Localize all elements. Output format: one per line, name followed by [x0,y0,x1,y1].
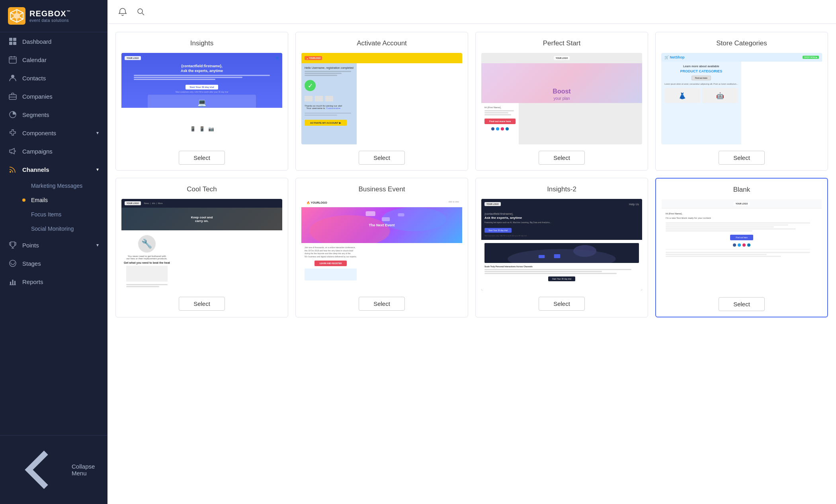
puzzle-icon [9,129,17,137]
companies-label: Companies [22,93,53,100]
topbar [107,0,836,24]
main-content: Insights YOUR LOGO 👤 {contactfield:first… [107,0,836,504]
template-card-blank[interactable]: Blank YOUR LOGO Hi {First Name}, I'm a n… [655,178,828,317]
dashboard-label: Dashboard [22,38,51,45]
sidebar-item-stages[interactable]: Stages [0,254,107,272]
sidebar-sub-social-monitoring[interactable]: Social Monitoring [0,222,107,236]
svg-rect-13 [9,57,16,63]
store-select-button[interactable]: Select [719,151,765,165]
sidebar-item-channels[interactable]: Channels ▾ [0,160,107,179]
sidebar-item-components[interactable]: Components ▾ [0,124,107,142]
template-grid-container: Insights YOUR LOGO 👤 {contactfield:first… [107,24,836,504]
business-preview: 🔥 YOURLOGO click to view The Next Event [301,199,462,290]
emails-dot [22,198,25,202]
svg-rect-40 [554,254,561,258]
activate-select-button[interactable]: Select [359,151,405,165]
points-label: Points [22,242,39,249]
channels-label: Channels [22,166,49,173]
svg-rect-10 [13,38,16,41]
sidebar-item-contacts[interactable]: Contacts [0,69,107,87]
social-monitoring-label: Social Monitoring [31,226,74,232]
template-card-cooltech[interactable]: Cool Tech YOUR LOGO News | Info | More [115,178,288,317]
briefcase-icon [9,92,17,100]
logo-text: REGBOX™ event data solutions [29,9,71,23]
svg-point-22 [10,171,11,173]
insights-title: Insights [190,39,214,47]
collapse-label: Collapse Menu [72,463,99,477]
sidebar-item-campaigns[interactable]: Campaigns [0,142,107,160]
sidebar-sub-focus-items[interactable]: Focus Items [0,207,107,222]
calendar-icon [9,56,17,64]
template-card-store[interactable]: Store Categories 🛒 NetShop SHOP NOW ▶ Le… [655,32,828,171]
sidebar-sub-emails[interactable]: Emails [0,193,107,207]
store-title: Store Categories [716,39,767,47]
sidebar-item-segments[interactable]: Segments [0,105,107,124]
template-card-activate[interactable]: Activate Account 🔥 YOURLOGO Hello Userna… [295,32,468,171]
template-card-perfect[interactable]: Perfect Start YOUR LOGO Boost your plan … [475,32,648,171]
campaigns-label: Campaigns [22,148,53,155]
perfect-title: Perfect Start [543,39,580,47]
insights-select-button[interactable]: Select [179,151,225,165]
stages-label: Stages [22,260,41,267]
svg-rect-35 [382,217,390,221]
notification-button[interactable] [117,6,128,18]
app-tm: ™ [66,10,71,14]
sidebar-sub-marketing-messages[interactable]: Marketing Messages [0,179,107,193]
cooltech-select-button[interactable]: Select [179,297,225,311]
svg-rect-39 [539,255,545,258]
collapse-menu-button[interactable]: Collapse Menu [0,435,107,504]
focus-items-label: Focus Items [31,211,61,218]
activate-title: Activate Account [357,39,407,47]
channels-arrow: ▾ [96,167,99,172]
points-arrow: ▾ [96,242,99,248]
insights-preview: YOUR LOGO 👤 {contactfield:firstname},Ask… [121,53,282,144]
sidebar: REGBOX™ event data solutions Dashboard C… [0,0,107,504]
cooltech-title: Cool Tech [187,185,217,193]
business-select-button[interactable]: Select [359,297,405,311]
rss-icon [9,165,17,173]
perfect-preview: YOUR LOGO Boost your plan Hi {First Name… [481,53,642,144]
perfect-select-button[interactable]: Select [539,151,585,165]
insights2-title: Insights-2 [547,185,576,193]
grid-icon [9,37,17,45]
sidebar-item-reports[interactable]: Reports [0,272,107,291]
cooltech-preview: YOUR LOGO News | Info | More Keep cool a… [121,199,282,290]
blank-preview: YOUR LOGO Hi {First Name}, I'm a new Tex… [662,199,822,291]
sidebar-item-calendar[interactable]: Calendar [0,51,107,69]
svg-point-33 [382,207,446,231]
svg-point-37 [508,249,616,263]
components-arrow: ▾ [96,130,99,136]
template-card-business[interactable]: Business Event 🔥 YOURLOGO click to view … [295,178,468,317]
trophy-icon [9,241,17,249]
insights2-select-button[interactable]: Select [539,297,585,311]
svg-rect-36 [398,213,404,216]
bell-icon [118,8,127,16]
app-name: REGBOX™ [29,9,71,18]
chevron-left-icon [9,441,66,498]
svg-point-30 [138,9,143,14]
contacts-label: Contacts [22,75,46,82]
sidebar-item-companies[interactable]: Companies [0,87,107,105]
template-card-insights2[interactable]: Insights-2 YOUR LOGO Help Us {contactfie… [475,178,648,317]
app-tagline: event data solutions [29,18,71,23]
social-monitoring-dot [22,227,25,230]
business-title: Business Event [358,185,405,193]
store-preview: 🛒 NetShop SHOP NOW ▶ Learn more about av… [661,53,822,144]
funnel-icon [9,259,17,267]
svg-rect-34 [366,211,375,216]
megaphone-icon [9,147,17,155]
segments-label: Segments [22,111,49,118]
logo-area: REGBOX™ event data solutions [0,0,107,32]
svg-rect-27 [10,282,11,285]
svg-point-32 [309,215,390,243]
activate-preview: 🔥 YOURLOGO Hello Username, registration … [301,53,462,144]
template-grid: Insights YOUR LOGO 👤 {contactfield:first… [115,32,828,317]
search-button[interactable] [135,6,146,18]
sidebar-item-dashboard[interactable]: Dashboard [0,32,107,51]
sidebar-item-points[interactable]: Points ▾ [0,236,107,254]
person-icon [9,74,17,82]
template-card-insights[interactable]: Insights YOUR LOGO 👤 {contactfield:first… [115,32,288,171]
svg-rect-9 [9,38,12,41]
marketing-dot [22,184,25,187]
blank-select-button[interactable]: Select [719,297,765,311]
